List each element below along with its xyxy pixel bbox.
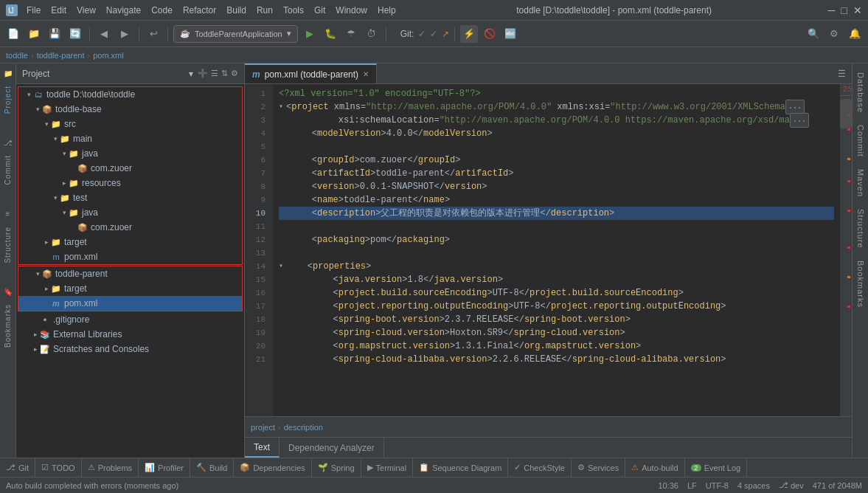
fold-indicator-3[interactable]: ... [790,113,809,128]
settings-button[interactable]: 🚫 [481,25,499,43]
structure-icon[interactable]: ≡ [1,207,15,221]
commit-icon[interactable]: ⎇ [1,136,15,149]
close-button[interactable]: ✕ [853,4,862,16]
power-save-button[interactable]: ⚡ [460,25,478,43]
status-encoding[interactable]: LF [687,481,697,490]
menu-navigate[interactable]: Navigate [102,4,145,17]
translate-button[interactable]: 🔤 [501,25,519,43]
fold-marker-2[interactable]: ▾ [279,100,283,114]
tree-item-gitignore[interactable]: ▸ ● .gitignore [16,312,244,327]
bottom-bc-part-1[interactable]: project [251,423,275,432]
expand-arrow-target-base[interactable]: ▸ [42,238,51,246]
tab-text[interactable]: Text [245,438,280,458]
tree-item-resources[interactable]: ▸ 📁 resources [18,176,242,190]
tw-spring[interactable]: 🌱 Spring [312,458,361,477]
settings-gear-button[interactable]: ⚙ [825,25,843,43]
menu-file[interactable]: File [22,4,45,17]
tree-item-com-zuoer-main[interactable]: ▸ 📦 com.zuoer [18,161,242,176]
menu-window[interactable]: Window [331,4,372,17]
panel-dropdown-icon[interactable]: ▾ [189,69,193,79]
run-button[interactable]: ▶ [301,25,319,43]
scrollbar-thumb[interactable] [840,99,852,128]
menu-code[interactable]: Code [147,4,177,17]
tab-dep-analyzer[interactable]: Dependency Analyzer [280,438,384,458]
tree-item-toddle-base[interactable]: ▾ 📦 toddle-base [18,102,242,117]
expand-arrow-java-test[interactable]: ▾ [60,208,69,217]
right-tab-bookmarks[interactable]: Bookmarks [855,255,867,314]
undo-button[interactable]: ↩ [145,25,162,43]
expand-arrow-java-main[interactable]: ▾ [60,149,69,158]
tw-seq-diagram[interactable]: 📋 Sequence Diagram [413,458,508,477]
git-check-1[interactable]: ✓ [418,29,426,39]
tw-services[interactable]: ⚙ Services [572,458,625,477]
bookmarks-icon[interactable]: 🔖 [1,285,15,298]
expand-arrow-resources[interactable]: ▸ [60,179,69,187]
breadcrumb-part-1[interactable]: toddle [6,51,28,60]
tree-item-pom-parent[interactable]: ▸ m pom.xml [18,296,242,311]
sync-button[interactable]: 🔄 [66,25,84,43]
right-tab-maven[interactable]: Maven [855,163,867,203]
tab-close-button[interactable]: ✕ [363,70,369,78]
back-button[interactable]: ◀ [95,25,113,43]
forward-button[interactable]: ▶ [116,25,133,43]
commit-label[interactable]: Commit [2,151,13,189]
maximize-button[interactable]: □ [841,4,847,16]
tw-git[interactable]: ⎇ Git [0,458,35,477]
status-memory[interactable]: 471 of 2048M [813,481,862,490]
tw-build[interactable]: 🔨 Build [190,458,234,477]
search-button[interactable]: 🔍 [805,25,822,43]
status-charset[interactable]: UTF-8 [706,481,729,490]
breadcrumb-part-3[interactable]: pom.xml [93,51,124,60]
tw-todo[interactable]: ☑ TODO [35,458,82,477]
tree-item-target-parent[interactable]: ▸ 📁 target [18,281,242,296]
debug-button[interactable]: 🐛 [322,25,339,43]
expand-arrow-base[interactable]: ▾ [33,105,42,114]
run-config-selector[interactable]: ☕ ToddleParentApplication ▾ [173,25,298,43]
project-icon[interactable]: 📁 [1,66,15,80]
sort-icon[interactable]: ⇅ [221,69,228,78]
profile-button[interactable]: ⏱ [363,25,381,43]
right-tab-database[interactable]: Database [855,66,867,119]
new-file-button[interactable]: 📄 [4,25,22,43]
tw-problems[interactable]: ⚠ Problems [82,458,139,477]
status-indent[interactable]: 4 spaces [737,481,770,490]
tree-item-com-zuoer-test[interactable]: ▸ 📦 com.zuoer [18,220,242,235]
tree-item-test[interactable]: ▾ 📁 test [18,190,242,205]
menu-git[interactable]: Git [310,4,330,17]
bottom-bc-part-2[interactable]: description [284,423,323,432]
notifications-button[interactable]: 🔔 [846,25,864,43]
run-config-dropdown-icon[interactable]: ▾ [287,29,291,38]
right-tab-structure[interactable]: Structure [855,203,867,255]
expand-arrow-target-parent[interactable]: ▸ [42,284,51,293]
tree-item-toddle-root[interactable]: ▾ 🗂 toddle D:\toddle\toddle [18,87,242,102]
expand-arrow-ext-lib[interactable]: ▸ [31,330,40,339]
tree-item-pom-base[interactable]: ▸ m pom.xml [18,249,242,264]
tw-event-log[interactable]: 2 Event Log [685,458,748,477]
menu-help[interactable]: Help [373,4,400,17]
tree-item-java-test[interactable]: ▾ 📁 java [18,205,242,220]
tw-auto-build[interactable]: ⚠ Auto-build [625,458,685,477]
tw-checkstyle[interactable]: ✓ CheckStyle [508,458,572,477]
menu-refactor[interactable]: Refactor [178,4,221,17]
expand-arrow-main[interactable]: ▾ [51,134,60,143]
menu-run[interactable]: Run [252,4,277,17]
status-branch[interactable]: ⎇ dev [779,480,804,490]
tree-item-scratches[interactable]: ▸ 📝 Scratches and Consoles [16,342,244,356]
expand-arrow-src[interactable]: ▾ [42,120,51,128]
structure-label[interactable]: Structure [2,222,13,268]
coverage-button[interactable]: ☂ [342,25,360,43]
open-button[interactable]: 📁 [25,25,43,43]
window-controls[interactable]: ─ □ ✕ [828,4,862,16]
tree-item-toddle-parent[interactable]: ▾ 📦 toddle-parent [18,266,242,281]
tree-item-src[interactable]: ▾ 📁 src [18,117,242,131]
search-area[interactable]: 🔍 ⚙ 🔔 [805,25,864,43]
tab-menu-button[interactable]: ☰ [832,63,852,83]
tw-profiler[interactable]: 📊 Profiler [139,458,190,477]
list-icon[interactable]: ☰ [211,69,218,78]
fold-indicator-2[interactable]: ... [785,100,805,114]
expand-arrow-scratches[interactable]: ▸ [31,345,40,354]
minimize-button[interactable]: ─ [828,4,836,16]
settings-icon[interactable]: ⚙ [231,69,238,78]
menu-bar[interactable]: File Edit View Navigate Code Refactor Bu… [22,4,400,17]
expand-arrow-test[interactable]: ▾ [51,193,60,202]
